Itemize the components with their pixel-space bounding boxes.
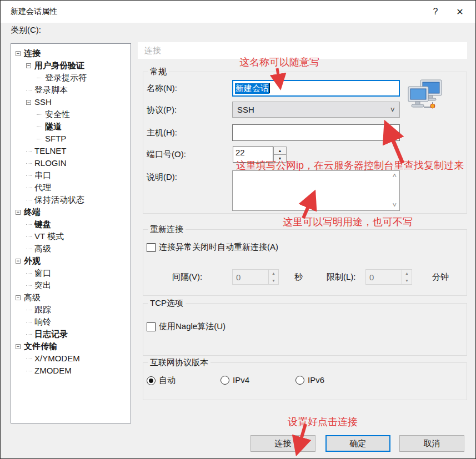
tree-item-5[interactable]: 安全性 <box>11 108 131 120</box>
ok-button[interactable]: 确定 <box>325 435 390 452</box>
radio-ipv4[interactable]: IPv4 <box>221 375 249 385</box>
host-input[interactable] <box>232 124 400 141</box>
tree-item-2[interactable]: 登录提示符 <box>11 72 131 84</box>
tree-item-label: 响铃 <box>34 316 51 328</box>
annotation-host-tip: 这里填写公网ip，在云服务器控制台里查找复制过来 <box>236 159 464 172</box>
limit-label: 限制(L): <box>327 269 356 285</box>
scroll-down-icon[interactable]: ˅ <box>392 203 397 208</box>
limit-stepper[interactable]: 0 ▲▼ <box>365 269 412 285</box>
tree-item-0[interactable]: −连接 <box>11 47 131 59</box>
annotation-connect-tip: 设置好点击连接 <box>288 415 358 428</box>
tree-branch-line <box>26 200 32 200</box>
tree-branch-line <box>26 285 32 286</box>
tree-collapse-icon[interactable]: − <box>26 100 31 105</box>
tree-item-13[interactable]: −终端 <box>11 206 131 218</box>
tree-item-label: 窗口 <box>34 267 51 279</box>
tree-item-label: 登录提示符 <box>45 72 87 84</box>
tree-item-3[interactable]: 登录脚本 <box>11 84 131 96</box>
tree-item-label: SFTP <box>45 133 66 145</box>
tree-branch-line <box>26 163 32 164</box>
tree-collapse-icon[interactable]: − <box>16 344 21 349</box>
tree-item-7[interactable]: SFTP <box>11 133 131 145</box>
tree-item-15[interactable]: VT 模式 <box>11 230 131 243</box>
tree-item-label: 外观 <box>24 255 41 267</box>
new-session-properties-dialog: { "window": {"title": "新建会话属性"}, "icons"… <box>0 0 476 459</box>
tree-branch-line <box>26 224 32 225</box>
tree-item-label: 登录脚本 <box>34 84 68 96</box>
tree-item-25[interactable]: X/YMODEM <box>11 352 131 365</box>
tree-collapse-icon[interactable]: − <box>26 63 31 68</box>
tree-item-14[interactable]: 键盘 <box>11 218 131 230</box>
tree-branch-line <box>26 151 32 152</box>
tree-item-23[interactable]: 日志记录 <box>11 328 131 340</box>
tree-item-6[interactable]: 隧道 <box>11 120 131 133</box>
port-label: 端口号(O): <box>147 146 186 163</box>
host-label: 主机(H): <box>147 124 177 141</box>
tree-branch-line <box>26 175 32 176</box>
name-selected-text: 新建会话 <box>235 83 269 94</box>
tree-collapse-icon[interactable]: − <box>16 210 21 215</box>
radio-icon <box>221 376 229 385</box>
group-reconnect-title: 重新连接 <box>148 224 186 235</box>
tree-item-16[interactable]: 高级 <box>11 243 131 255</box>
group-general: 常规 名称(N): 新建会话 协议(P): SSH ˅ 主机(H): 端口号(O… <box>143 72 467 214</box>
tree-item-11[interactable]: 代理 <box>11 181 131 194</box>
annotation-desc-tip: 这里可以写明用途，也可不写 <box>283 215 413 229</box>
tree-collapse-icon[interactable]: − <box>16 259 21 264</box>
interval-label: 间隔(V): <box>172 269 202 285</box>
scroll-up-icon[interactable]: ˄ <box>392 173 397 179</box>
tree-branch-line <box>26 273 32 274</box>
tree-branch-line <box>26 359 32 359</box>
tree-item-4[interactable]: −SSH <box>11 96 131 108</box>
category-tree[interactable]: −连接−用户身份验证登录提示符登录脚本−SSH安全性隧道SFTPTELNETRL… <box>11 43 131 423</box>
name-input[interactable]: 新建会话 <box>232 80 400 97</box>
tree-item-20[interactable]: −高级 <box>11 291 131 304</box>
tree-item-label: VT 模式 <box>34 230 64 243</box>
tree-branch-line <box>37 127 42 127</box>
interval-value: 0 <box>236 273 240 282</box>
cancel-button[interactable]: 取消 <box>399 435 464 452</box>
stepper-arrows-icon: ▲▼ <box>402 270 412 284</box>
description-label: 说明(D): <box>147 170 177 184</box>
tree-branch-line <box>26 371 32 371</box>
description-textarea[interactable]: ˄ ˅ <box>232 170 400 211</box>
tree-item-24[interactable]: −文件传输 <box>11 340 131 352</box>
radio-auto[interactable]: 自动 <box>147 375 176 386</box>
tree-item-10[interactable]: 串口 <box>11 169 131 181</box>
tree-item-22[interactable]: 响铃 <box>11 316 131 328</box>
spin-up-icon[interactable]: ▲ <box>273 147 287 155</box>
close-icon[interactable]: ✕ <box>448 1 472 23</box>
tree-item-label: 安全性 <box>45 108 70 120</box>
auto-reconnect-checkbox[interactable]: 连接异常关闭时自动重新连接(A) <box>147 242 278 253</box>
tree-item-12[interactable]: 保持活动状态 <box>11 194 131 206</box>
tree-collapse-icon[interactable]: − <box>16 51 21 56</box>
tree-item-9[interactable]: RLOGIN <box>11 157 131 169</box>
tree-branch-line <box>37 78 42 78</box>
tree-item-label: 文件传输 <box>24 340 57 352</box>
tree-item-label: TELNET <box>34 145 67 157</box>
tree-item-18[interactable]: 窗口 <box>11 267 131 279</box>
tree-item-label: 高级 <box>34 243 51 255</box>
connect-button[interactable]: 连接 <box>250 435 315 452</box>
tree-item-8[interactable]: TELNET <box>11 145 131 157</box>
protocol-select[interactable]: SSH ˅ <box>232 102 400 118</box>
checkbox-icon <box>147 322 156 331</box>
radio-ipv6[interactable]: IPv6 <box>295 375 324 385</box>
nagle-checkbox[interactable]: 使用Nagle算法(U) <box>147 321 226 332</box>
tree-item-1[interactable]: −用户身份验证 <box>11 59 131 72</box>
tree-item-21[interactable]: 跟踪 <box>11 304 131 316</box>
tree-item-19[interactable]: 突出 <box>11 279 131 291</box>
tree-item-label: 隧道 <box>45 120 62 133</box>
port-value: 22 <box>236 148 245 157</box>
tree-item-label: 终端 <box>24 206 41 218</box>
title-bar: 新建会话属性 ? ✕ <box>1 1 475 23</box>
tree-branch-line <box>26 188 32 188</box>
tree-item-26[interactable]: ZMODEM <box>11 365 131 377</box>
tree-item-17[interactable]: −外观 <box>11 255 131 267</box>
text-caret <box>269 83 270 93</box>
protocol-label: 协议(P): <box>147 102 177 118</box>
tree-collapse-icon[interactable]: − <box>16 295 21 300</box>
help-icon[interactable]: ? <box>423 1 448 23</box>
tree-branch-line <box>37 139 42 139</box>
interval-stepper[interactable]: 0 ▲▼ <box>232 269 279 285</box>
